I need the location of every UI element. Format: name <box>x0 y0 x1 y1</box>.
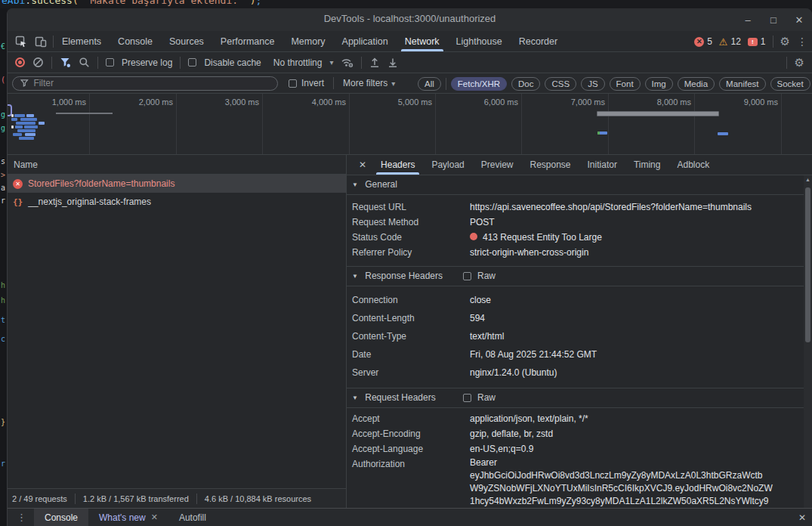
scroll-up-arrow-icon[interactable]: ▲ <box>804 177 812 182</box>
network-settings-gear-icon[interactable]: ⚙ <box>795 56 804 70</box>
filter-input[interactable] <box>33 78 270 88</box>
header-row-status-code: Status Code 413 Request Entity Too Large <box>347 230 804 245</box>
maximize-button[interactable]: □ <box>768 14 779 26</box>
tab-timing[interactable]: Timing <box>625 155 669 175</box>
throttling-select[interactable]: No throttling <box>273 57 323 68</box>
tab-payload[interactable]: Payload <box>423 155 472 175</box>
error-count-badge[interactable]: ✕ 5 <box>694 36 712 47</box>
funnel-icon <box>20 79 29 88</box>
network-conditions-icon[interactable] <box>341 57 354 68</box>
waterfall-bar <box>11 114 14 117</box>
filter-chip-all[interactable]: All <box>418 77 441 91</box>
response-raw-checkbox[interactable] <box>463 272 471 280</box>
tab-console[interactable]: Console <box>110 31 161 51</box>
tab-response[interactable]: Response <box>521 155 579 175</box>
filter-chip-media[interactable]: Media <box>678 77 715 91</box>
issues-icon: ! <box>748 38 758 46</box>
record-network-log-button[interactable] <box>15 57 25 67</box>
tab-elements[interactable]: Elements <box>54 31 110 51</box>
preserve-log-checkbox[interactable] <box>106 58 114 67</box>
request-list-pane: Name ✕ StoredFiles?folderName=thumbnails… <box>8 155 347 508</box>
warning-count-badge[interactable]: ⚠ 12 <box>719 36 741 47</box>
tab-performance[interactable]: Performance <box>212 31 283 51</box>
timeline-tick: 9,000 ms <box>725 97 778 107</box>
general-section-header[interactable]: ▼ General <box>347 175 804 195</box>
filter-chip-fetch-xhr[interactable]: Fetch/XHR <box>451 77 507 91</box>
disable-cache-checkbox[interactable] <box>188 58 196 67</box>
divider <box>97 57 98 69</box>
details-scrollbar[interactable]: ▲ <box>804 175 812 508</box>
waterfall-bar <box>26 114 34 117</box>
filter-chip-js[interactable]: JS <box>581 77 604 91</box>
tab-recorder[interactable]: Recorder <box>511 31 566 51</box>
drawer-menu-kebab-icon[interactable]: ⋮ <box>8 509 34 526</box>
close-drawer-icon[interactable]: ✕ <box>798 509 806 526</box>
minimize-button[interactable]: – <box>743 14 753 26</box>
gridline <box>176 94 177 154</box>
inspect-element-icon[interactable] <box>15 36 27 48</box>
divider <box>75 494 76 504</box>
filter-chip-doc[interactable]: Doc <box>511 77 540 91</box>
waterfall-bar <box>16 122 36 125</box>
more-filters-button[interactable]: More filters ▾ <box>343 78 395 88</box>
drawer-tab-whats-new[interactable]: What's new ✕ <box>88 509 168 526</box>
request-row-nextjs-stack-frames[interactable]: {} __nextjs_original-stack-frames <box>8 193 346 211</box>
divider <box>196 494 197 504</box>
devtools-tab-bar: Elements Console Sources Performance Mem… <box>8 31 812 52</box>
tab-lighthouse[interactable]: Lighthouse <box>448 31 511 51</box>
tab-network[interactable]: Network <box>397 31 448 51</box>
drawer-tab-console[interactable]: Console <box>34 509 88 526</box>
header-row-request-url: Request URL https://api.savenecoffee.sho… <box>347 200 804 215</box>
divider <box>786 57 787 69</box>
main-menu-kebab-icon[interactable]: ⋮ <box>797 36 807 48</box>
header-row-connection: Connection close <box>347 291 804 309</box>
details-tab-bar: ✕ Headers Payload Preview Response Initi… <box>347 155 812 175</box>
tab-sources[interactable]: Sources <box>161 31 212 51</box>
device-toolbar-icon[interactable] <box>35 36 47 48</box>
request-headers-section-header[interactable]: ▼ Request Headers Raw <box>347 388 804 408</box>
filter-funnel-icon[interactable] <box>60 57 71 68</box>
search-icon[interactable] <box>79 57 90 68</box>
scrollbar-thumb[interactable] <box>805 187 810 342</box>
response-headers-section: ▼ Response Headers Raw Connection close <box>347 266 804 388</box>
name-column-header[interactable]: Name <box>8 155 346 175</box>
general-section: ▼ General Request URL https://api.savene… <box>347 175 804 266</box>
issues-count-badge[interactable]: ! 1 <box>748 36 766 47</box>
tab-adblock[interactable]: Adblock <box>668 155 718 175</box>
filter-chip-manifest[interactable]: Manifest <box>719 77 765 91</box>
close-tab-icon[interactable]: ✕ <box>151 512 158 522</box>
network-overview-timeline[interactable]: 1,000 ms 2,000 ms 3,000 ms 4,000 ms 5,00… <box>8 94 812 155</box>
close-details-icon[interactable]: ✕ <box>353 155 372 175</box>
request-bar <box>597 132 607 135</box>
tab-initiator[interactable]: Initiator <box>579 155 625 175</box>
waterfall-bar <box>20 118 37 121</box>
clear-network-log-icon[interactable] <box>32 57 44 68</box>
resource-type-chips: All Fetch/XHR Doc CSS JS Font Img Media … <box>418 73 812 94</box>
drawer-tab-autofill[interactable]: Autofill <box>168 509 217 526</box>
tab-application[interactable]: Application <box>334 31 397 51</box>
gridline <box>521 94 522 154</box>
chevron-down-icon: ▾ <box>391 79 395 88</box>
export-har-icon[interactable] <box>387 57 398 68</box>
tab-preview[interactable]: Preview <box>473 155 522 175</box>
request-row-storedfiles[interactable]: ✕ StoredFiles?folderName=thumbnails <box>8 175 346 193</box>
filter-chip-css[interactable]: CSS <box>545 77 576 91</box>
import-har-icon[interactable] <box>369 57 380 68</box>
tab-headers[interactable]: Headers <box>372 155 423 175</box>
header-row-date: Date Fri, 08 Aug 2025 21:44:52 GMT <box>347 345 804 364</box>
response-headers-section-header[interactable]: ▼ Response Headers Raw <box>347 266 804 286</box>
header-row-accept-encoding: Accept-Encoding gzip, deflate, br, zstd <box>347 426 804 441</box>
filter-chip-socket[interactable]: Socket <box>770 77 810 91</box>
long-request-bar <box>597 111 719 116</box>
gridline <box>435 94 436 154</box>
filter-chip-font[interactable]: Font <box>610 77 641 91</box>
request-raw-checkbox[interactable] <box>463 394 471 402</box>
window-title: DevTools - localhost:3000/unauthorized <box>8 13 812 24</box>
network-filter-row: Invert More filters ▾ All Fetch/XHR Doc … <box>8 73 812 94</box>
divider <box>446 78 446 90</box>
close-window-button[interactable]: ✕ <box>794 14 804 26</box>
invert-checkbox[interactable] <box>289 79 297 88</box>
filter-chip-img[interactable]: Img <box>645 77 673 91</box>
settings-gear-icon[interactable]: ⚙ <box>780 35 790 48</box>
tab-memory[interactable]: Memory <box>283 31 333 51</box>
